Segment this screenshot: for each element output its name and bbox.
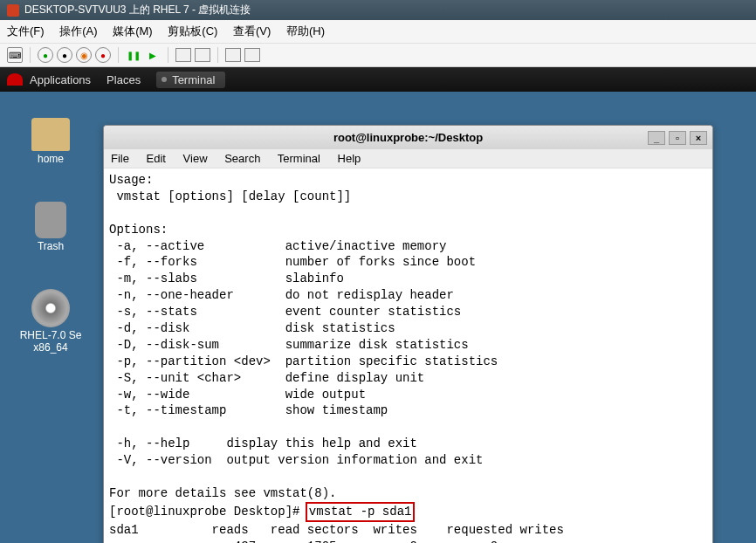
host-menu-bar: 文件(F) 操作(A) 媒体(M) 剪贴板(C) 查看(V) 帮助(H) (0, 20, 756, 43)
host-toolbar: ⌨ ● ● ◉ ● ❚❚ ▶ (0, 43, 756, 66)
revert-button[interactable] (195, 48, 210, 62)
term-menu-search[interactable]: Search (224, 152, 260, 165)
highlighted-command: vmstat -p sda1 (306, 502, 416, 522)
share-button[interactable] (244, 48, 260, 62)
host-menu-view[interactable]: 查看(V) (233, 24, 271, 38)
checkpoint-button[interactable] (175, 48, 191, 62)
trash-desktop-icon[interactable]: Trash (16, 202, 86, 252)
disc-label-2: x86_64 (16, 341, 86, 354)
host-menu-media[interactable]: 媒体(M) (113, 24, 153, 38)
terminal-taskbar-item[interactable]: Terminal (156, 72, 225, 88)
term-menu-help[interactable]: Help (338, 152, 361, 165)
start-button[interactable]: ● (38, 47, 53, 63)
term-line: -a, --active active/inactive memory (109, 239, 446, 253)
disc-label-1: RHEL-7.0 Se (16, 329, 86, 341)
term-line: -D, --disk-sum summarize disk statistics (109, 338, 469, 352)
home-label: home (16, 153, 86, 165)
host-menu-help[interactable]: 帮助(H) (286, 24, 325, 38)
terminal-window: root@linuxprobe:~/Desktop _ ▫ × File Edi… (103, 125, 713, 543)
desktop-area: home Trash RHEL-7.0 Se x86_64 root@linux… (0, 92, 756, 543)
redhat-icon (7, 73, 23, 86)
host-menu-action[interactable]: 操作(A) (59, 24, 97, 38)
term-line: vmstat [options] [delay [count]] (109, 189, 351, 203)
term-menu-view[interactable]: View (183, 152, 208, 165)
term-line: -m, --slabs slabinfo (109, 272, 344, 285)
term-line: For more details see vmstat(8). (109, 486, 336, 500)
term-line: -n, --one-header do not redisplay header (109, 288, 454, 302)
host-menu-file[interactable]: 文件(F) (7, 24, 45, 38)
applications-menu[interactable]: Applications (30, 73, 91, 86)
term-line: sda1 reads read sectors writes requested… (109, 523, 564, 537)
trash-label: Trash (16, 240, 86, 252)
terminal-title: root@linuxprobe:~/Desktop (333, 131, 483, 144)
terminal-menu-bar: File Edit View Search Terminal Help (104, 149, 712, 168)
places-menu[interactable]: Places (107, 73, 141, 86)
term-line: -S, --unit <char> define display unit (109, 371, 424, 385)
terminal-task-icon (162, 77, 167, 82)
folder-icon (31, 118, 70, 151)
term-line: -s, --stats event counter statistics (109, 305, 461, 319)
term-prompt: [root@linuxprobe Desktop]# (109, 505, 307, 519)
host-menu-clipboard[interactable]: 剪贴板(C) (168, 24, 217, 38)
term-line: -t, --timestamp show timestamp (109, 403, 388, 417)
term-line: -h, --help display this help and exit (109, 436, 417, 450)
ctrl-alt-del-button[interactable]: ⌨ (7, 47, 23, 63)
hyperv-icon (7, 4, 19, 17)
term-line: -p, --partition <dev> partition specific… (109, 354, 498, 368)
toolbar-separator (30, 47, 31, 63)
term-line: Usage: (109, 173, 153, 187)
trash-icon (35, 202, 66, 238)
term-line: -d, --disk disk statistics (109, 321, 395, 335)
shutdown-button[interactable]: ◉ (76, 47, 92, 63)
term-line: -f, --forks number of forks since boot (109, 255, 476, 269)
host-title-bar: DESKTOP-SVTVUU3 上的 RHEL 7 - 虚拟机连接 (0, 0, 756, 20)
terminal-task-label: Terminal (172, 73, 215, 86)
host-window-title: DESKTOP-SVTVUU3 上的 RHEL 7 - 虚拟机连接 (24, 3, 251, 17)
enhanced-button[interactable] (225, 48, 241, 62)
term-menu-file[interactable]: File (111, 152, 129, 165)
gnome-top-panel: Applications Places Terminal (0, 67, 756, 92)
toolbar-separator (168, 47, 168, 63)
term-line: -V, --version output version information… (109, 453, 483, 467)
minimize-button[interactable]: _ (648, 131, 665, 145)
close-button[interactable]: × (690, 131, 707, 145)
toolbar-separator (217, 47, 218, 63)
pause-button[interactable]: ❚❚ (126, 47, 141, 63)
terminal-body[interactable]: Usage: vmstat [options] [delay [count]] … (104, 168, 712, 543)
turnoff-button[interactable]: ● (57, 47, 72, 63)
disc-icon (31, 289, 70, 327)
term-menu-edit[interactable]: Edit (147, 152, 166, 165)
toolbar-separator (118, 47, 119, 63)
term-menu-terminal[interactable]: Terminal (278, 152, 320, 165)
reset-button[interactable]: ▶ (145, 47, 161, 63)
disc-desktop-icon[interactable]: RHEL-7.0 Se x86_64 (16, 289, 86, 354)
terminal-titlebar[interactable]: root@linuxprobe:~/Desktop _ ▫ × (104, 126, 712, 149)
term-line: Options: (109, 223, 168, 237)
save-button[interactable]: ● (95, 47, 111, 63)
term-line: -w, --wide wide output (109, 388, 366, 402)
maximize-button[interactable]: ▫ (669, 131, 686, 145)
home-desktop-icon[interactable]: home (16, 118, 86, 165)
term-line: 437 1705 0 0 (109, 540, 498, 543)
